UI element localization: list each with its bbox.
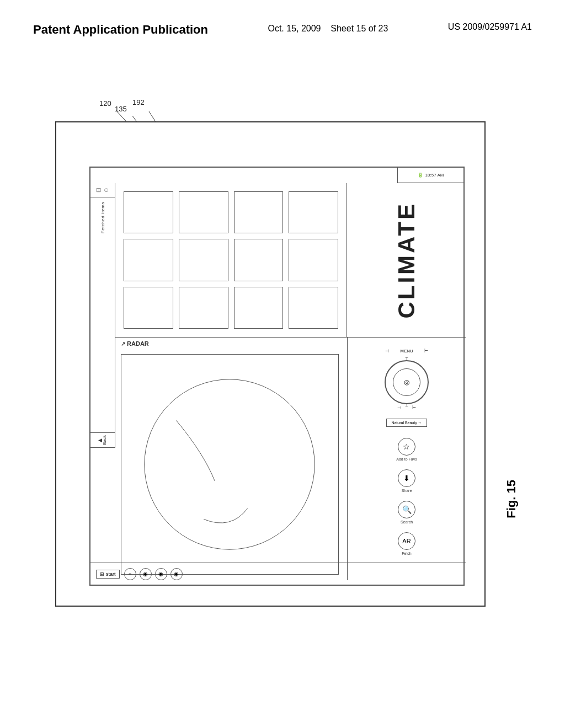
svg-point-8	[145, 379, 315, 549]
taskbar-icon-2[interactable]: ◉	[140, 568, 152, 580]
radar-canvas	[121, 354, 339, 575]
radar-label: ↗ RADAR	[115, 338, 347, 350]
grid-cell-1[interactable]	[124, 191, 173, 233]
taskbar-icon-1[interactable]: ○	[124, 568, 136, 580]
outer-frame: 🔋 10:57 AM ⊟ ☺ Fetched Items ◀ Back	[55, 121, 486, 607]
fetch-label: Fetch	[402, 552, 412, 555]
top-section: CLIMATE	[115, 183, 466, 338]
sidebar-back: ◀ Back	[90, 432, 115, 447]
status-bar: 🔋 10:57 AM	[397, 168, 463, 183]
radar-section: ↗ RADAR	[115, 338, 347, 580]
ref-135: 135	[115, 105, 127, 113]
search-label: Search	[401, 520, 413, 524]
left-sidebar: ⊟ ☺ Fetched Items ◀ Back	[90, 183, 115, 448]
grid-cell-3[interactable]	[234, 191, 284, 233]
taskbar: ⊞ start ○ ◉ ◉ ◉	[90, 563, 466, 585]
sidebar-label: Fetched Items	[100, 202, 105, 233]
fetch-icon: AR	[398, 532, 415, 550]
patent-number: US 2009/0259971 A1	[448, 22, 532, 32]
right-control-panel: ⊣ MENU ⊢ ◎ ⊤ ⊥ ⊣ ⊢	[347, 338, 466, 580]
grid-cell-11[interactable]	[234, 287, 284, 329]
taskbar-icons: ○ ◉ ◉ ◉	[124, 568, 183, 580]
grid-cell-5[interactable]	[124, 239, 173, 281]
dial-top: ⊤	[405, 357, 408, 361]
favs-icon: ☆	[398, 438, 415, 456]
grid-cell-10[interactable]	[179, 287, 228, 329]
menu-dial-inner: ◎	[393, 368, 420, 396]
search-button[interactable]: 🔍 Search	[398, 501, 415, 524]
diagram-container: 120 135 192 133 140 Fig. 15 🔋 10:57 AM ⊟…	[44, 88, 502, 629]
grid-cell-2[interactable]	[179, 191, 228, 233]
menu-dial[interactable]: ◎ ⊤ ⊥	[385, 360, 429, 404]
grid-cell-8[interactable]	[289, 239, 338, 281]
dial-indicator-2: ⊢	[424, 349, 428, 354]
share-button[interactable]: ⬇ Share	[398, 469, 415, 493]
app-grid	[115, 183, 347, 337]
dial-indicator-1: ⊣	[385, 349, 389, 354]
grid-cell-9[interactable]	[124, 287, 173, 329]
patent-title: Patent Application Publication	[33, 22, 208, 38]
sidebar-icon-1: ⊟	[96, 186, 101, 194]
grid-cell-7[interactable]	[234, 239, 284, 281]
add-to-favs-button[interactable]: ☆ Add to Favs	[396, 438, 417, 461]
climate-label: CLIMATE	[393, 202, 420, 319]
favs-label: Add to Favs	[396, 457, 417, 461]
fetch-button[interactable]: AR Fetch	[398, 532, 415, 555]
status-time: 10:57 AM	[425, 173, 444, 178]
back-label: Back	[102, 435, 107, 445]
sidebar-icon-2: ☺	[103, 186, 109, 194]
start-button[interactable]: ⊞ start	[96, 570, 120, 579]
search-icon: 🔍	[398, 501, 415, 518]
grid-cell-6[interactable]	[179, 239, 228, 281]
grid-cell-4[interactable]	[289, 191, 338, 233]
ref-192: 192	[132, 98, 145, 106]
taskbar-icon-4[interactable]: ◉	[170, 568, 183, 580]
sidebar-icon-group: ⊟ ☺	[90, 183, 115, 197]
dial-bottom: ⊥	[405, 403, 408, 408]
patent-meta: Oct. 15, 2009 Sheet 15 of 23	[268, 22, 388, 35]
dial-label: MENU	[400, 349, 413, 354]
ref-120: 120	[99, 99, 111, 108]
climate-label-area: CLIMATE	[347, 183, 466, 337]
taskbar-icon-3[interactable]: ◉	[155, 568, 167, 580]
dial-right-indicator: ⊢	[412, 405, 416, 410]
share-icon: ⬇	[398, 469, 415, 487]
dial-left-indicator: ⊣	[397, 405, 401, 410]
grid-cell-12[interactable]	[289, 287, 338, 329]
device-frame: 🔋 10:57 AM ⊟ ☺ Fetched Items ◀ Back	[89, 167, 465, 586]
natural-beauty-button[interactable]: Natural Beauty →	[386, 419, 427, 427]
share-label: Share	[402, 489, 412, 493]
fig-label: Fig. 15	[504, 480, 519, 518]
